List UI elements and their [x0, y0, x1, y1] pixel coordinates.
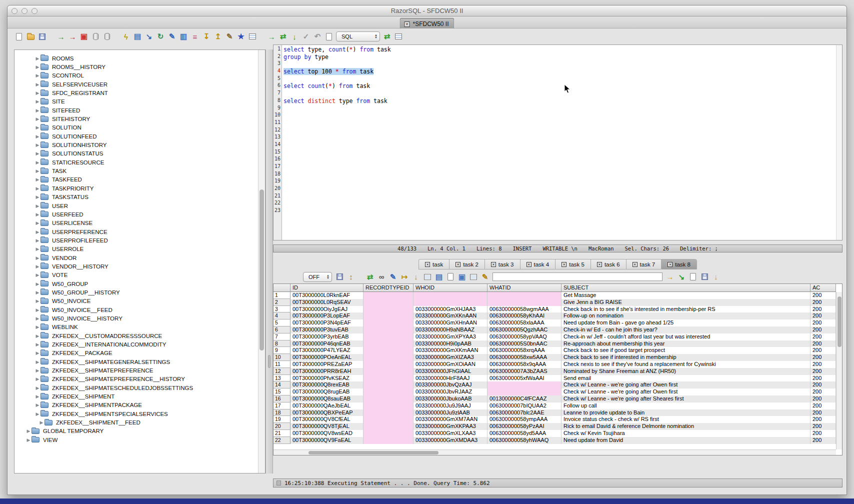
sidebar-item-solutionfeed[interactable]: ▶SOLUTIONFEED: [14, 132, 258, 140]
cell-activitydate[interactable]: 200: [810, 334, 836, 340]
cell-whoid[interactable]: 0033000000GmXLXAA3: [414, 430, 488, 437]
row-number-cell[interactable]: 6: [274, 326, 290, 334]
code-line[interactable]: [284, 186, 842, 193]
row-number-cell[interactable]: 8: [274, 340, 290, 348]
disclosure-triangle-icon[interactable]: ▶: [34, 212, 40, 217]
row-number-cell[interactable]: 13: [274, 375, 290, 382]
cell-activitydate[interactable]: 200: [810, 423, 836, 430]
sidebar-item-rooms-history[interactable]: ▶ROOMS__HISTORY: [14, 62, 258, 71]
cell-subject[interactable]: Check w/ Leanne - we're going after Owen…: [562, 388, 810, 396]
close-tab-icon[interactable]: ×: [597, 262, 602, 267]
cell-id[interactable]: 00T3000000Q8rugEAB: [290, 388, 364, 396]
row-limit-select[interactable]: OFF ▲▼: [303, 272, 332, 282]
cell-activitydate[interactable]: 200: [810, 354, 836, 361]
cell-id[interactable]: 00T3000000P3yrbEAB: [290, 334, 364, 340]
row-number-cell[interactable]: 15: [274, 388, 290, 396]
table-row[interactable]: 1500T3000000Q8rugEAB0033000000JbvRJAAZCh…: [274, 388, 836, 396]
sidebar-item-vendor[interactable]: ▶VENDOR: [14, 254, 258, 262]
cell-activitydate[interactable]: 200: [810, 396, 836, 402]
cell-whoid[interactable]: 0033000000GmXM7AAN: [414, 416, 488, 423]
disclosure-triangle-icon[interactable]: ▶: [34, 412, 40, 416]
view-describe-icon[interactable]: ⇄: [382, 32, 392, 41]
sidebar-item-sfdc-registrant[interactable]: ▶SFDC_REGISTRANT: [14, 88, 258, 97]
sidebar-item-userfeed[interactable]: ▶USERFEED: [14, 210, 258, 218]
title-bar[interactable]: RazorSQL - SFDCW50 II: [8, 6, 846, 16]
cell-subject[interactable]: Check back to see if interested in membe…: [562, 354, 810, 361]
cell-id[interactable]: 00T3000000L0RknEAF: [290, 292, 364, 299]
cell-subject[interactable]: Need update from Bain - gave go ahead 1/…: [562, 320, 810, 326]
cell-whoid[interactable]: 0033000000GmXHJAA3: [414, 306, 488, 313]
document-tab[interactable]: × *SFDCW50 II: [400, 18, 454, 28]
cell-whoid[interactable]: 0033000000JbvQzAAJ: [414, 382, 488, 388]
find-next-icon[interactable]: →: [666, 272, 674, 282]
disclosure-triangle-icon[interactable]: ▶: [34, 360, 40, 364]
cell-whoid[interactable]: 0033000000GmXOiAAN: [414, 361, 488, 368]
cell-whoid[interactable]: 0033000000GmXIZAA3: [414, 354, 488, 361]
cell-recordtypeid[interactable]: [364, 334, 414, 340]
table-row[interactable]: 700T3000000P3yrbEAB0033000000GmXPYAA3006…: [274, 334, 836, 340]
cell-subject[interactable]: Send email: [562, 375, 810, 382]
disclosure-triangle-icon[interactable]: ▶: [34, 238, 40, 243]
sidebar-item-zkfedex-shipmentspecialservices[interactable]: ▶ZKFEDEX__SHIPMENTSPECIALSERVICES: [14, 410, 258, 418]
table-row[interactable]: 500T3000000P3N4pEAF0033000000GmXHnAAN006…: [274, 320, 836, 326]
disclosure-triangle-icon[interactable]: ▶: [34, 125, 40, 130]
sidebar-item-zkfedex-internationalcommodity[interactable]: ▶ZKFEDEX__INTERNATIONALCOMMODITY: [14, 340, 258, 348]
cell-recordtypeid[interactable]: [364, 361, 414, 368]
sidebar-item-view[interactable]: ▶VIEW: [14, 436, 258, 444]
row-number-cell[interactable]: 18: [274, 410, 290, 416]
script-results-icon[interactable]: [688, 272, 698, 282]
code-line[interactable]: [284, 134, 842, 142]
disclosure-triangle-icon[interactable]: ▶: [34, 90, 40, 96]
disclosure-triangle-icon[interactable]: ▶: [34, 204, 40, 208]
disclosure-triangle-icon[interactable]: ▶: [34, 64, 40, 70]
column-header-subject[interactable]: SUBJECT: [562, 284, 810, 292]
code-line[interactable]: [284, 156, 842, 164]
table-row[interactable]: 200T3000000L0RqSEAVGive Jenn a BIG RAISE…: [274, 299, 836, 306]
code-line[interactable]: [284, 142, 842, 149]
open-file-icon[interactable]: [26, 32, 35, 41]
cell-recordtypeid[interactable]: [364, 410, 414, 416]
code-line[interactable]: select type, count(*) from task: [284, 46, 842, 54]
cell-recordtypeid[interactable]: [364, 326, 414, 334]
cell-subject[interactable]: Leanne to provide update to Bain: [562, 410, 810, 416]
table-row[interactable]: 100T3000000L0RknEAFGet Massage200: [274, 292, 836, 299]
cell-whatid[interactable]: 006300000058xrqAAA: [488, 347, 562, 354]
cell-recordtypeid[interactable]: [364, 423, 414, 430]
undo-icon[interactable]: ↶: [313, 32, 322, 41]
disclosure-triangle-icon[interactable]: ▶: [34, 376, 40, 382]
sort-filter-icon[interactable]: ↕: [346, 272, 356, 282]
close-tab-icon[interactable]: ×: [526, 262, 532, 267]
cell-recordtypeid[interactable]: [364, 388, 414, 396]
cell-whoid[interactable]: [414, 299, 488, 306]
cell-activitydate[interactable]: 200: [810, 437, 836, 444]
cell-whatid[interactable]: [488, 292, 562, 299]
execute-lightning-icon[interactable]: ϟ: [122, 32, 130, 41]
cell-recordtypeid[interactable]: [364, 292, 414, 299]
cell-whatid[interactable]: 006300000058x9qAAA: [488, 361, 562, 368]
column-header-rownum[interactable]: [274, 284, 290, 292]
disclosure-triangle-icon[interactable]: ▶: [34, 177, 40, 182]
sidebar-item-scontrol[interactable]: ▶SCONTROL: [14, 72, 258, 80]
cell-activitydate[interactable]: 200: [810, 320, 836, 326]
editor-scrollbar[interactable]: [836, 45, 842, 240]
result-tab-task-6[interactable]: ×task 6: [590, 259, 626, 270]
cell-activitydate[interactable]: 200: [810, 347, 836, 354]
disclosure-triangle-icon[interactable]: ▶: [34, 220, 40, 226]
sidebar-item-zkfedex-shipmatescheduledjobssettings[interactable]: ▶ZKFEDEX__SHIPMATESCHEDULEDJOBSSETTINGS: [14, 384, 258, 392]
disclosure-triangle-icon[interactable]: ▶: [34, 308, 40, 312]
cell-subject[interactable]: Re-approach about membership this year: [562, 340, 810, 348]
code-line[interactable]: group by type: [284, 54, 842, 61]
disclosure-triangle-icon[interactable]: ▶: [34, 298, 40, 304]
disclosure-triangle-icon[interactable]: ▶: [38, 420, 44, 425]
sort-ascending-icon[interactable]: ↥: [214, 32, 222, 41]
column-header-ac[interactable]: AC: [810, 284, 836, 292]
highlight-pen-icon[interactable]: ✎: [480, 272, 490, 282]
cell-id[interactable]: 00T3000000Q8sauEAB: [290, 396, 364, 402]
table-row[interactable]: 400T3000000P3LopEAF0033000000GmXKnAAN006…: [274, 312, 836, 320]
grid-hscrollbar-thumb[interactable]: [308, 451, 438, 454]
cell-subject[interactable]: Need update from David: [562, 437, 810, 444]
code-line[interactable]: [284, 90, 842, 98]
sidebar-item-sitehistory[interactable]: ▶SITEHISTORY: [14, 114, 258, 123]
new-connection-icon[interactable]: [91, 32, 100, 41]
sidebar-item-zkfedex-shipmatepreference[interactable]: ▶ZKFEDEX__SHIPMATEPREFERENCE: [14, 366, 258, 374]
